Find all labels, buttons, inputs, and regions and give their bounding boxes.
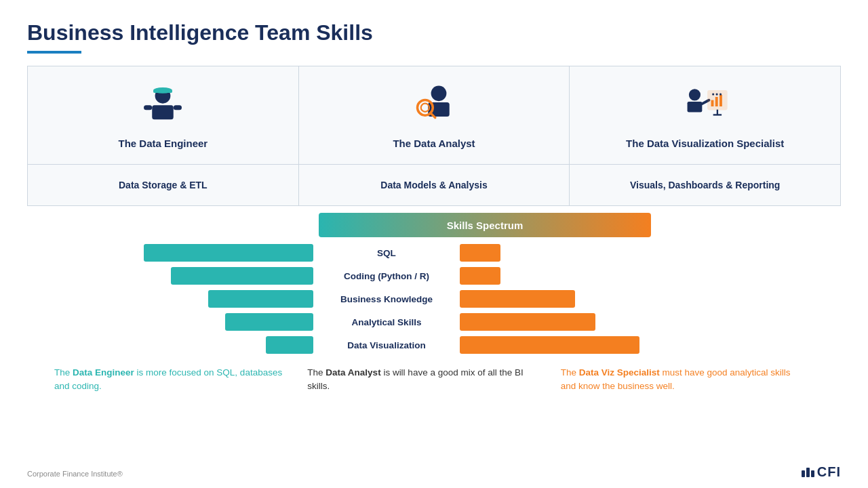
svg-rect-2 — [153, 91, 172, 94]
skill-row-1: Coding (Python / R) — [54, 266, 814, 286]
card-top-analyst: The Data Analyst — [299, 66, 570, 165]
right-bar-0 — [460, 244, 500, 262]
right-bar-2 — [460, 290, 575, 308]
skill-label-3: Analytical Skills — [319, 317, 454, 327]
svg-point-6 — [431, 86, 447, 102]
card-viz: The Data Visualization Specialist Visual… — [570, 66, 840, 205]
skill-row-3: Analytical Skills — [54, 312, 814, 332]
left-bar-wrapper-1 — [54, 267, 319, 285]
desc-bold-engineer: Data Engineer — [73, 367, 134, 378]
left-bar-3 — [225, 313, 313, 331]
left-bar-0 — [144, 244, 313, 262]
svg-point-10 — [421, 104, 429, 112]
left-bar-2 — [208, 290, 313, 308]
page: Business Intelligence Team Skills — [0, 0, 868, 488]
svg-point-19 — [715, 94, 717, 96]
left-bar-1 — [171, 267, 313, 285]
card-top-viz: The Data Visualization Specialist — [570, 66, 840, 165]
left-bar-wrapper-4 — [54, 336, 319, 354]
viz-icon — [682, 83, 729, 130]
right-bar-wrapper-4 — [454, 336, 644, 354]
svg-rect-12 — [687, 102, 702, 113]
spectrum-bar: Skills Spectrum — [319, 213, 651, 237]
svg-rect-16 — [715, 97, 717, 106]
desc-prefix-viz: The — [561, 367, 579, 378]
skill-row-2: Business Knowledge — [54, 289, 814, 309]
cfi-logo: CFI — [802, 464, 841, 480]
skills-container: SQL Coding (Python / R) Business Knowled… — [54, 243, 814, 355]
page-title: Business Intelligence Team Skills — [27, 20, 841, 45]
svg-point-11 — [689, 89, 701, 101]
right-bar-4 — [460, 336, 639, 354]
cfi-bar-3 — [811, 470, 814, 477]
spectrum-section: Skills Spectrum SQL Coding (Python / R) — [27, 213, 841, 355]
card-analyst: The Data Analyst Data Models & Analysis — [299, 66, 570, 205]
svg-rect-4 — [144, 106, 152, 110]
desc-prefix-engineer: The — [54, 367, 73, 378]
svg-rect-17 — [719, 95, 722, 106]
skill-label-1: Coding (Python / R) — [319, 271, 454, 281]
left-bar-wrapper-2 — [54, 290, 319, 308]
svg-point-18 — [712, 94, 714, 96]
cfi-logo-text: CFI — [817, 464, 841, 480]
skill-label-4: Data Visualization — [319, 340, 454, 350]
skill-row-4: Data Visualization — [54, 335, 814, 355]
card-engineer: The Data Engineer Data Storage & ETL — [28, 66, 299, 205]
left-bar-wrapper-3 — [54, 313, 319, 331]
card-skill-viz: Visuals, Dashboards & Reporting — [570, 165, 840, 205]
spectrum-label: Skills Spectrum — [447, 220, 524, 231]
left-bar-wrapper-0 — [54, 244, 319, 262]
svg-rect-3 — [153, 106, 174, 120]
card-skill-analyst: Data Models & Analysis — [299, 165, 570, 205]
skill-row-0: SQL — [54, 243, 814, 263]
card-title-analyst: The Data Analyst — [393, 137, 475, 150]
skill-label-2: Business Knowledge — [319, 294, 454, 304]
cfi-bar-2 — [806, 468, 810, 477]
desc-bold-viz: Data Viz Specialist — [579, 367, 660, 378]
desc-prefix-analyst: The — [307, 367, 326, 378]
svg-rect-15 — [711, 100, 713, 106]
desc-row: The Data Engineer is more focused on SQL… — [27, 366, 841, 394]
right-bar-wrapper-0 — [454, 244, 644, 262]
right-bar-wrapper-3 — [454, 313, 644, 331]
title-underline — [27, 51, 81, 54]
cards-row: The Data Engineer Data Storage & ETL — [27, 66, 841, 206]
right-bar-wrapper-1 — [454, 267, 644, 285]
card-title-engineer: The Data Engineer — [118, 137, 208, 150]
desc-col-engineer: The Data Engineer is more focused on SQL… — [54, 366, 307, 394]
engineer-icon — [139, 83, 186, 130]
desc-bold-analyst: Data Analyst — [326, 367, 380, 378]
desc-col-viz: The Data Viz Specialist must have good a… — [561, 366, 814, 394]
card-skill-engineer: Data Storage & ETL — [28, 165, 298, 205]
right-bar-1 — [460, 267, 500, 285]
card-top-engineer: The Data Engineer — [28, 66, 298, 165]
left-bar-4 — [266, 336, 313, 354]
card-title-viz: The Data Visualization Specialist — [626, 137, 784, 150]
footer-copyright: Corporate Finance Institute® — [27, 470, 123, 478]
svg-rect-5 — [174, 106, 182, 110]
right-bar-wrapper-2 — [454, 290, 644, 308]
analyst-icon — [410, 83, 458, 130]
spectrum-header: Skills Spectrum — [54, 213, 814, 237]
desc-col-analyst: The Data Analyst is will have a good mix… — [307, 366, 560, 394]
svg-point-20 — [719, 94, 722, 96]
skill-label-0: SQL — [319, 248, 454, 258]
cfi-bar-1 — [802, 470, 805, 477]
cfi-bars-icon — [802, 468, 814, 477]
right-bar-3 — [460, 313, 595, 331]
